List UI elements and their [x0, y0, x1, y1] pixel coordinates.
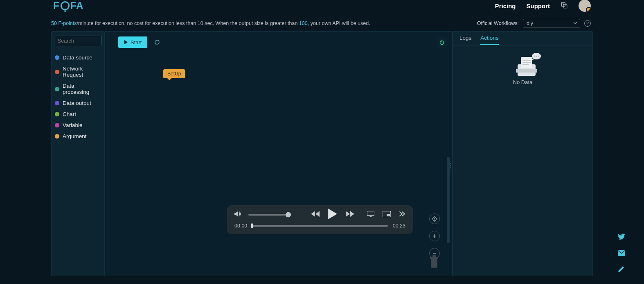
svg-rect-20: [516, 69, 537, 73]
seek-slider[interactable]: [252, 225, 387, 227]
expand-button[interactable]: [399, 211, 405, 218]
chevron-down-icon: [573, 20, 577, 26]
power-icon: [439, 39, 445, 45]
delete-button[interactable]: [428, 255, 440, 270]
canvas-drag-handle[interactable]: [450, 157, 452, 174]
plus-icon: [432, 234, 437, 239]
chevrons-right-icon: [399, 211, 405, 217]
pip-icon: [383, 211, 391, 217]
refresh-icon: [154, 39, 160, 45]
airplay-icon: [367, 211, 374, 217]
start-button[interactable]: Start: [118, 36, 147, 48]
power-button[interactable]: [437, 37, 447, 48]
category-list: Data source Network Request Data process…: [54, 52, 102, 142]
fpoints-count: 50 F-points: [51, 20, 77, 26]
zoom-in-button[interactable]: [429, 231, 440, 241]
svg-point-27: [536, 56, 537, 57]
airplay-button[interactable]: [367, 211, 374, 218]
svg-rect-13: [431, 259, 437, 268]
sidebar-item-label: Data output: [63, 100, 91, 106]
sidebar-item-data-output[interactable]: Data output: [54, 98, 102, 109]
forward-button[interactable]: [346, 211, 355, 218]
dot-icon: [55, 87, 59, 91]
svg-point-5: [434, 218, 435, 220]
start-button-label: Start: [131, 39, 142, 45]
logo-text-a: F: [53, 0, 60, 11]
video-duration: 00:23: [393, 223, 405, 229]
workflows-label: Official Workflows:: [477, 20, 519, 26]
logo[interactable]: F FA: [53, 0, 83, 11]
search-input[interactable]: [54, 36, 102, 46]
sidebar-item-data-processing[interactable]: Data processing: [54, 80, 102, 98]
pip-button[interactable]: [383, 211, 391, 218]
dot-icon: [55, 55, 59, 60]
video-current-time: 00:00: [234, 223, 247, 229]
info-text-1: /minute for execution, no cost for execu…: [77, 20, 299, 26]
volume-thumb[interactable]: [286, 212, 291, 217]
svg-rect-16: [367, 211, 374, 216]
avatar[interactable]: [579, 0, 591, 12]
canvas-toolbar: Start: [118, 36, 447, 48]
svg-point-28: [538, 56, 539, 57]
nav-pricing[interactable]: Pricing: [495, 2, 516, 9]
twitter-icon: [618, 234, 625, 240]
play-button[interactable]: [328, 209, 338, 220]
sidebar-item-label: Chart: [63, 111, 76, 117]
tab-logs[interactable]: Logs: [459, 35, 471, 45]
twitter-button[interactable]: [618, 234, 625, 241]
sidebar-item-network-request[interactable]: Network Request: [54, 63, 102, 80]
sidebar-item-label: Argument: [63, 133, 87, 139]
node-setup[interactable]: SetUp: [163, 69, 185, 78]
logo-text-b: FA: [70, 0, 84, 11]
top-bar: F FA Pricing Support: [0, 0, 644, 11]
trash-icon: [428, 255, 440, 269]
social-rail: [618, 234, 625, 274]
dot-icon: [55, 70, 59, 74]
rewind-icon: [311, 211, 320, 217]
sidebar-item-data-source[interactable]: Data source: [54, 52, 102, 63]
tab-actions[interactable]: Actions: [480, 35, 498, 45]
info-bar: 50 F-points/minute for execution, no cos…: [0, 11, 644, 31]
empty-text: No Data: [513, 79, 533, 85]
dot-icon: [55, 123, 59, 127]
edit-button[interactable]: [618, 266, 625, 274]
play-icon: [328, 209, 338, 219]
svg-rect-15: [432, 255, 436, 257]
locate-button[interactable]: [429, 214, 440, 224]
inspector-panel: Logs Actions No Data: [453, 31, 593, 276]
panel-tabs: Logs Actions: [453, 32, 592, 45]
volume-button[interactable]: [234, 211, 242, 218]
volume-slider[interactable]: [248, 214, 288, 216]
sidebar-item-label: Data processing: [63, 83, 101, 95]
canvas[interactable]: Start SetUp: [105, 31, 453, 276]
svg-rect-18: [387, 214, 390, 216]
workflow-picker-area: Official Workflows: diy ?: [477, 19, 591, 28]
info-text-2: , your own API will be used.: [308, 20, 370, 26]
logo-glyph: [61, 1, 70, 10]
sidebar-item-variable[interactable]: Variable: [54, 120, 102, 131]
refresh-button[interactable]: [154, 39, 160, 45]
sidebar-item-argument[interactable]: Argument: [54, 131, 102, 142]
seek-thumb[interactable]: [251, 223, 253, 228]
dot-icon: [55, 112, 59, 116]
mail-icon: [618, 250, 625, 256]
sidebar: Data source Network Request Data process…: [51, 31, 105, 276]
info-threshold: 100: [299, 20, 308, 26]
help-icon[interactable]: ?: [584, 20, 591, 27]
sidebar-item-label: Network Request: [63, 66, 101, 78]
pricing-info-text: 50 F-points/minute for execution, no cos…: [51, 20, 370, 26]
workflow-selected-value: diy: [527, 20, 533, 26]
crosshair-icon: [432, 216, 437, 222]
workspace: Data source Network Request Data process…: [0, 31, 644, 283]
svg-rect-14: [430, 257, 438, 259]
sidebar-item-label: Data source: [63, 55, 92, 61]
workflow-select[interactable]: diy: [523, 19, 580, 28]
svg-point-26: [534, 56, 535, 57]
language-icon[interactable]: [561, 2, 568, 10]
nav-support[interactable]: Support: [527, 2, 550, 9]
mail-button[interactable]: [618, 250, 625, 257]
canvas-zoom-controls: [429, 214, 440, 259]
rewind-button[interactable]: [311, 211, 320, 218]
sidebar-item-chart[interactable]: Chart: [54, 109, 102, 120]
canvas-scrollbar[interactable]: [447, 157, 450, 243]
